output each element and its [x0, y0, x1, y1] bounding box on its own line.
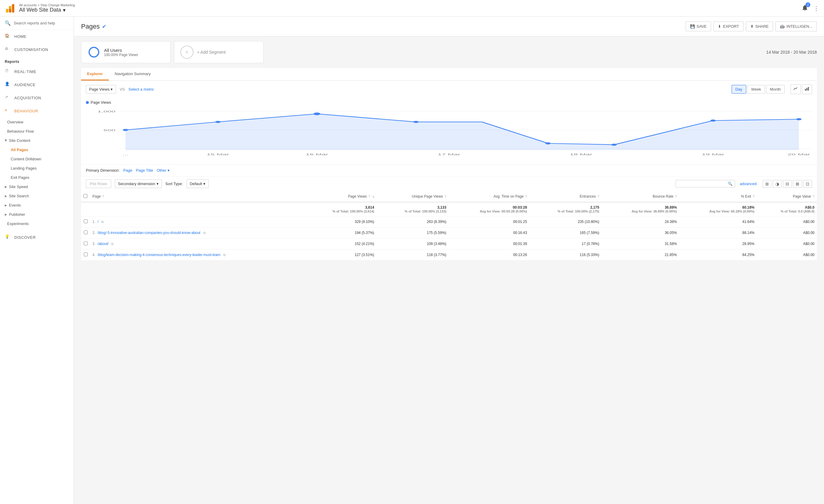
- col-unique-page-views[interactable]: Unique Page Views ?: [377, 191, 449, 202]
- sidebar-item-behaviour-flow[interactable]: Behaviour Flow: [0, 127, 74, 136]
- select-all-checkbox[interactable]: [84, 194, 87, 198]
- row1-checkbox[interactable]: [84, 219, 88, 223]
- sidebar-item-events[interactable]: ▶ Events: [0, 201, 74, 210]
- sidebar-item-audience[interactable]: 👤 AUDIENCE: [0, 78, 74, 91]
- row2-page-views-pct: (5.37%): [362, 231, 374, 235]
- row4-checkbox[interactable]: [84, 253, 88, 256]
- sidebar-item-site-content[interactable]: ▶ Site Content: [0, 136, 74, 145]
- total-page-views: 3,614: [365, 205, 374, 210]
- pivot-view-btn[interactable]: ⊠: [793, 180, 802, 188]
- row4-pct-exit-cell: 84.25%: [679, 249, 757, 261]
- total-pct-exit: 60.18%: [742, 205, 754, 210]
- intelligence-button[interactable]: 🤖 INTELLIGEN...: [776, 21, 817, 31]
- secondary-dimension-selector[interactable]: Secondary dimension ▾: [115, 179, 162, 188]
- row2-checkbox[interactable]: [84, 230, 88, 234]
- time-btn-month[interactable]: Month: [766, 85, 785, 94]
- table-controls: Plot Rows Secondary dimension ▾ Sort Typ…: [81, 176, 817, 191]
- table-search-box[interactable]: 🔍: [676, 180, 735, 188]
- time-btn-week[interactable]: Week: [747, 85, 765, 94]
- sidebar-item-all-pages[interactable]: All Pages: [4, 145, 74, 155]
- sidebar-item-publisher[interactable]: ▶ Publisher: [0, 210, 74, 219]
- sidebar-item-behaviour[interactable]: ≡ BEHAVIOUR: [0, 104, 74, 117]
- sidebar-item-site-speed[interactable]: ▶ Site Speed: [0, 182, 74, 191]
- tab-navigation-summary[interactable]: Navigation Summary: [109, 68, 157, 81]
- search-label: Search reports and help: [14, 21, 55, 25]
- export-button[interactable]: ⬇ EXPORT: [713, 21, 743, 31]
- search-bar[interactable]: 🔍 Search reports and help: [0, 17, 74, 30]
- page-help-icon[interactable]: ?: [102, 195, 104, 198]
- line-chart-btn[interactable]: [791, 84, 801, 94]
- row4-unique-views: 118: [427, 253, 433, 257]
- all-pages-label: All Pages: [11, 147, 28, 152]
- avg-time-help-icon[interactable]: ?: [525, 195, 527, 198]
- row4-page-views-pct: (3.51%): [362, 253, 374, 257]
- total-bounce-rate-sub: Avg for View: 36.89% (0.00%): [604, 210, 677, 213]
- row3-entrances-pct: (0.78%): [587, 242, 599, 246]
- col-page-views[interactable]: Page Views ? ↓: [304, 191, 377, 202]
- sidebar-item-site-search[interactable]: ▶ Site Search: [0, 191, 74, 201]
- total-page-value-cell: A$0.0 % of Total: 0.0 (A$0.0): [757, 202, 817, 216]
- row2-num: 2.: [92, 231, 95, 235]
- unique-views-help-icon[interactable]: ?: [444, 195, 446, 198]
- sidebar-item-customisation[interactable]: ⚙ CUSTOMISATION: [0, 43, 74, 56]
- heatmap-view-btn[interactable]: ⊡: [803, 180, 812, 188]
- site-content-label: Site Content: [9, 138, 30, 143]
- sidebar-item-overview[interactable]: Overview: [0, 117, 74, 127]
- col-avg-time[interactable]: Avg. Time on Page ?: [449, 191, 529, 202]
- row2-checkbox-cell: [81, 227, 90, 238]
- sidebar-item-experiments[interactable]: Experiments: [0, 219, 74, 228]
- sidebar-item-content-drilldown[interactable]: Content Drilldown: [4, 155, 74, 164]
- col-bounce-rate[interactable]: Bounce Rate ?: [602, 191, 679, 202]
- sidebar-item-real-time[interactable]: ⏱ REAL-TIME: [0, 65, 74, 78]
- more-menu-button[interactable]: ⋮: [813, 5, 819, 12]
- dimension-other[interactable]: Other ▾: [157, 168, 170, 173]
- account-selector[interactable]: All Web Site Data ▾: [19, 7, 75, 13]
- dropdown-icon[interactable]: ▾: [63, 7, 66, 13]
- time-btn-day[interactable]: Day: [732, 85, 746, 94]
- grid-view-btn[interactable]: ⊞: [762, 180, 771, 188]
- row3-checkbox[interactable]: [84, 241, 88, 245]
- pie-view-btn[interactable]: ◑: [773, 180, 782, 188]
- add-segment-card[interactable]: + + Add Segment: [174, 41, 264, 63]
- compare-view-btn[interactable]: ⊟: [783, 180, 792, 188]
- sidebar-item-exit-pages[interactable]: Exit Pages: [4, 173, 74, 182]
- col-pct-exit[interactable]: % Exit ?: [679, 191, 757, 202]
- row3-page-link[interactable]: /about/: [98, 242, 108, 246]
- row1-page-link[interactable]: /: [98, 220, 98, 224]
- chart-point: [314, 113, 320, 115]
- row4-page-link[interactable]: /blog/team-decision-making-4-consensus-t…: [98, 253, 220, 257]
- dimension-page-title[interactable]: Page Title: [136, 168, 153, 173]
- select-metric-link[interactable]: Select a metric: [128, 87, 154, 92]
- row4-copy-icon[interactable]: ⧉: [223, 253, 226, 257]
- row1-copy-icon[interactable]: ⧉: [101, 220, 104, 223]
- entrances-help-icon[interactable]: ?: [597, 195, 599, 198]
- save-button[interactable]: 💾 SAVE: [686, 21, 711, 31]
- advanced-link[interactable]: advanced: [740, 182, 757, 186]
- row2-copy-icon[interactable]: ⧉: [203, 231, 206, 234]
- metric-selector[interactable]: Page Views ▾: [86, 85, 116, 94]
- bounce-rate-help-icon[interactable]: ?: [675, 195, 677, 198]
- plot-rows-button[interactable]: Plot Rows: [86, 179, 111, 188]
- sidebar-item-acquisition[interactable]: ↗ ACQUISITION: [0, 91, 74, 104]
- page-value-help-icon[interactable]: ?: [813, 195, 814, 198]
- notifications-button[interactable]: 2: [801, 4, 809, 12]
- experiments-label: Experiments: [7, 221, 29, 226]
- page-views-help-icon[interactable]: ?: [369, 195, 370, 198]
- row2-page-link[interactable]: /blog/-5-innovative-australian-companies…: [98, 231, 200, 235]
- sidebar-item-landing-pages[interactable]: Landing Pages: [4, 164, 74, 173]
- segment-card-all-users[interactable]: All Users 100.00% Page Views: [81, 41, 171, 63]
- col-entrances[interactable]: Entrances ?: [529, 191, 602, 202]
- metric-label: Page Views: [89, 87, 109, 92]
- share-button[interactable]: ⬆ SHARE: [746, 21, 773, 31]
- dimension-page[interactable]: Page: [123, 168, 132, 173]
- col-page-value[interactable]: Page Value ?: [757, 191, 817, 202]
- row3-copy-icon[interactable]: ⧉: [111, 242, 114, 245]
- sidebar-item-home[interactable]: 🏠 HOME: [0, 30, 74, 43]
- bar-chart-btn[interactable]: [802, 84, 812, 94]
- row2-unique-views: 175: [427, 231, 433, 235]
- table-search-input[interactable]: [678, 182, 726, 186]
- tab-explorer[interactable]: Explorer: [81, 68, 109, 81]
- sort-type-selector[interactable]: Default ▾: [187, 179, 209, 188]
- sidebar-item-discover[interactable]: 💡 DISCOVER: [0, 231, 74, 244]
- pct-exit-help-icon[interactable]: ?: [753, 195, 754, 198]
